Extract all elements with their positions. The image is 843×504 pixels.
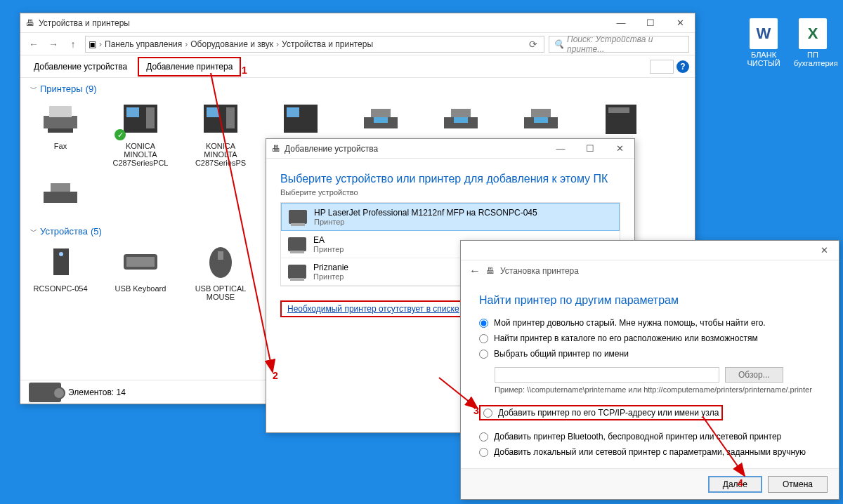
next-button[interactable]: Далее (708, 476, 762, 493)
close-button[interactable]: ✕ (809, 241, 839, 260)
svg-rect-1 (49, 106, 72, 117)
maximize-button[interactable]: ☐ (636, 13, 665, 33)
device-item[interactable]: Fax (30, 100, 91, 167)
missing-printer-link[interactable]: Необходимый принтер отсутствует в списке (287, 304, 459, 314)
search-input[interactable]: 🔍 Поиск: Устройства и принте... (549, 36, 689, 53)
option-manual[interactable]: Добавить локальный или сетевой принтер с… (479, 447, 821, 457)
printer-icon: 🖶 (26, 18, 34, 28)
printer-icon (288, 237, 306, 251)
printer-icon (289, 210, 307, 224)
svg-rect-2 (48, 128, 73, 133)
svg-rect-21 (608, 107, 629, 113)
desktop-icon-excel[interactable]: X ПП бухгалтерия (794, 18, 832, 67)
option-old-printer[interactable]: Мой принтер довольно старый. Мне нужна п… (479, 318, 821, 328)
browse-button[interactable]: Обзор... (725, 367, 783, 383)
device-item[interactable]: KONICA MINOLTA C287SeriesPS (190, 100, 251, 167)
device-item[interactable]: ✓KONICA MINOLTA C287SeriesPCL (110, 100, 171, 167)
view-button[interactable] (650, 60, 674, 74)
dialog-heading: Выберите устройство или принтер для доба… (280, 173, 620, 185)
device-item[interactable]: RCSONPC-054 (30, 242, 91, 301)
svg-rect-10 (287, 107, 299, 117)
install-printer-window: ✕ ← 🖶 Установка принтера Найти принтер п… (460, 240, 839, 500)
option-shared[interactable]: Выбрать общий принтер по имени (479, 349, 821, 359)
svg-rect-15 (451, 109, 471, 117)
svg-rect-13 (374, 117, 388, 123)
back-button[interactable]: ← (26, 37, 41, 52)
svg-rect-5 (146, 107, 155, 128)
close-button[interactable]: ✕ (665, 13, 695, 33)
svg-point-25 (59, 252, 63, 256)
search-icon: 🔍 (554, 39, 564, 49)
svg-rect-27 (126, 257, 155, 267)
desktop-icon-word[interactable]: W БЛАНК ЧИСТЫЙ (745, 18, 783, 67)
option-tcpip[interactable]: Добавить принтер по его TCP/IP-адресу ил… (479, 405, 723, 420)
svg-rect-8 (226, 107, 235, 128)
titlebar: 🖶Устройства и принтеры ― ☐ ✕ (20, 13, 695, 33)
dialog-heading: Найти принтер по другим параметрам (479, 294, 821, 307)
printer-icon (288, 265, 306, 279)
svg-rect-16 (454, 117, 468, 123)
word-file-icon: W (750, 18, 778, 49)
excel-file-icon: X (799, 18, 827, 49)
maximize-button[interactable]: ☐ (575, 139, 605, 159)
breadcrumb[interactable]: ▣ › Панель управления › Оборудование и з… (85, 36, 544, 53)
list-item[interactable]: HP LaserJet Professional M1212nf MFP на … (281, 203, 620, 231)
svg-rect-4 (126, 107, 139, 117)
svg-rect-29 (218, 251, 223, 260)
add-device-button[interactable]: Добавление устройства (26, 58, 135, 76)
svg-rect-0 (44, 116, 77, 128)
device-item[interactable]: USB Keyboard (110, 242, 171, 301)
status-icon (29, 383, 61, 402)
printer-icon: 🖶 (486, 266, 495, 276)
minimize-button[interactable]: ― (606, 13, 636, 33)
svg-rect-23 (51, 183, 70, 192)
svg-rect-19 (534, 117, 548, 123)
close-button[interactable]: ✕ (605, 139, 634, 159)
svg-rect-7 (207, 107, 219, 117)
cancel-button[interactable]: Отмена (768, 476, 828, 493)
shared-name-input[interactable] (495, 367, 719, 383)
folder-icon: ▣ (89, 39, 96, 49)
svg-rect-12 (371, 109, 391, 117)
help-icon[interactable]: ? (677, 60, 689, 73)
add-printer-button[interactable]: Добавление принтера (138, 57, 241, 77)
option-bluetooth[interactable]: Добавить принтер Bluetooth, беспроводной… (479, 432, 821, 442)
toolbar: Добавление устройства Добавление принтер… (20, 55, 695, 78)
refresh-button[interactable]: ⟳ (525, 37, 541, 52)
svg-rect-22 (44, 192, 77, 203)
minimize-button[interactable]: ― (546, 139, 575, 159)
device-icon: 🖶 (272, 144, 280, 154)
device-item[interactable] (30, 174, 91, 216)
default-check-icon: ✓ (115, 129, 126, 140)
up-button[interactable]: ↑ (65, 37, 81, 52)
option-directory[interactable]: Найти принтер в каталоге по его располож… (479, 333, 821, 343)
svg-rect-18 (531, 109, 551, 117)
back-button[interactable]: ← (469, 265, 481, 277)
printers-header[interactable]: ﹀ Принтеры (9) (30, 84, 685, 94)
device-item[interactable]: USB OPTICAL MOUSE (190, 242, 251, 301)
forward-button[interactable]: → (46, 37, 61, 52)
nav-bar: ← → ↑ ▣ › Панель управления › Оборудован… (20, 33, 695, 55)
